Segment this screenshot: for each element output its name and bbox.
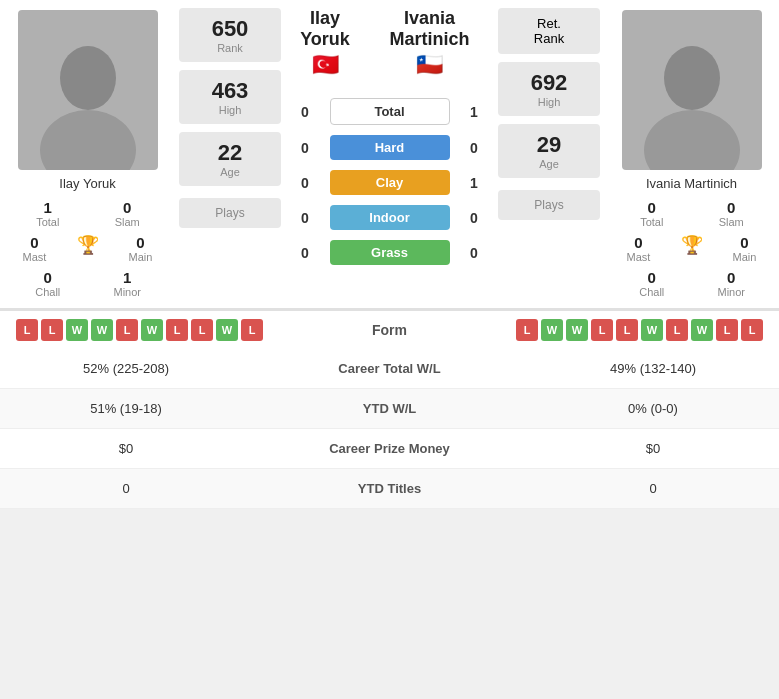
form-badge-w: W <box>691 319 713 341</box>
player1-form-badges: LLWWLWLLWL <box>16 319 263 341</box>
player1-stat-row-1: 1 Total 0 Slam <box>8 199 167 228</box>
player1-chall: 0 Chall <box>23 269 73 298</box>
player1-stat-row-2: 0 Mast 🏆 0 Main <box>8 234 167 263</box>
surface-rows: 0 Total 1 0 Hard 0 0 Clay 1 0 Indoor <box>285 94 494 269</box>
form-badge-l: L <box>191 319 213 341</box>
player2-avatar <box>622 10 762 170</box>
player1-plays-box: Plays <box>179 198 281 228</box>
stats-center-3: YTD Titles <box>236 481 543 496</box>
form-badge-w: W <box>566 319 588 341</box>
player1-age-box: 22 Age <box>179 132 281 186</box>
form-badge-l: L <box>616 319 638 341</box>
form-badge-w: W <box>141 319 163 341</box>
player2-stat-row-3: 0 Chall 0 Minor <box>612 269 771 298</box>
svg-point-1 <box>40 110 136 170</box>
player1-card: Ilay Yoruk 1 Total 0 Slam 0 Mast 🏆 <box>0 0 175 308</box>
form-badge-w: W <box>216 319 238 341</box>
total-btn[interactable]: Total <box>330 98 450 125</box>
form-badge-l: L <box>41 319 63 341</box>
total-row: 0 Total 1 <box>285 94 494 129</box>
player1-mid-stats: 650 Rank 463 High 22 Age Plays <box>175 0 285 308</box>
svg-point-0 <box>60 46 116 110</box>
hard-btn[interactable]: Hard <box>330 135 450 160</box>
player2-high-box: 692 High <box>498 62 600 116</box>
form-badge-l: L <box>116 319 138 341</box>
player1-header: Ilay Yoruk 🇹🇷 <box>285 8 365 78</box>
player-comparison: Ilay Yoruk 1 Total 0 Slam 0 Mast 🏆 <box>0 0 779 308</box>
player2-mast: 0 Mast <box>614 234 664 263</box>
stats-center-1: YTD W/L <box>236 401 543 416</box>
player1-high-box: 463 High <box>179 70 281 124</box>
player1-rank-box: 650 Rank <box>179 8 281 62</box>
player2-rank-box: Ret. Rank <box>498 8 600 54</box>
center-comparison: Ilay Yoruk 🇹🇷 Ivania Martinich 🇨🇱 0 Tota… <box>285 0 494 308</box>
player2-header: Ivania Martinich 🇨🇱 <box>365 8 494 78</box>
player1-avatar <box>18 10 158 170</box>
indoor-btn[interactable]: Indoor <box>330 205 450 230</box>
form-badge-l: L <box>716 319 738 341</box>
player1-mast: 0 Mast <box>10 234 60 263</box>
indoor-row: 0 Indoor 0 <box>285 201 494 234</box>
player-headers: Ilay Yoruk 🇹🇷 Ivania Martinich 🇨🇱 <box>285 8 494 86</box>
stats-row-1: 51% (19-18)YTD W/L0% (0-0) <box>0 389 779 429</box>
form-badge-w: W <box>541 319 563 341</box>
player2-total: 0 Total <box>627 199 677 228</box>
stats-right-3: 0 <box>543 481 763 496</box>
player1-name: Ilay Yoruk <box>59 176 115 191</box>
form-section: LLWWLWLLWL Form LWWLLWLWLL <box>0 308 779 349</box>
grass-btn[interactable]: Grass <box>330 240 450 265</box>
player1-total: 1 Total <box>23 199 73 228</box>
stats-row-2: $0Career Prize Money$0 <box>0 429 779 469</box>
stats-center-2: Career Prize Money <box>236 441 543 456</box>
player1-slam: 0 Slam <box>102 199 152 228</box>
stats-right-0: 49% (132-140) <box>543 361 763 376</box>
form-badge-l: L <box>166 319 188 341</box>
player2-plays-box: Plays <box>498 190 600 220</box>
stats-row-0: 52% (225-208)Career Total W/L49% (132-14… <box>0 349 779 389</box>
form-badge-l: L <box>516 319 538 341</box>
player2-trophy: 🏆 <box>667 234 717 263</box>
stats-right-2: $0 <box>543 441 763 456</box>
player2-slam: 0 Slam <box>706 199 756 228</box>
stats-left-1: 51% (19-18) <box>16 401 236 416</box>
clay-btn[interactable]: Clay <box>330 170 450 195</box>
player1-main: 0 Main <box>116 234 166 263</box>
form-badge-l: L <box>741 319 763 341</box>
form-badge-w: W <box>641 319 663 341</box>
stats-left-0: 52% (225-208) <box>16 361 236 376</box>
stats-left-2: $0 <box>16 441 236 456</box>
stats-table: 52% (225-208)Career Total W/L49% (132-14… <box>0 349 779 509</box>
player1-stat-row-3: 0 Chall 1 Minor <box>8 269 167 298</box>
form-badge-l: L <box>591 319 613 341</box>
player2-stat-row-1: 0 Total 0 Slam <box>612 199 771 228</box>
form-badge-l: L <box>241 319 263 341</box>
player1-minor: 1 Minor <box>102 269 152 298</box>
main-container: Ilay Yoruk 1 Total 0 Slam 0 Mast 🏆 <box>0 0 779 509</box>
form-badge-w: W <box>66 319 88 341</box>
player1-trophy: 🏆 <box>63 234 113 263</box>
form-label: Form <box>372 322 407 338</box>
player2-stat-row-2: 0 Mast 🏆 0 Main <box>612 234 771 263</box>
grass-row: 0 Grass 0 <box>285 236 494 269</box>
hard-row: 0 Hard 0 <box>285 131 494 164</box>
stats-center-0: Career Total W/L <box>236 361 543 376</box>
clay-row: 0 Clay 1 <box>285 166 494 199</box>
player2-age-box: 29 Age <box>498 124 600 178</box>
player2-minor: 0 Minor <box>706 269 756 298</box>
player2-main: 0 Main <box>720 234 770 263</box>
form-badge-l: L <box>666 319 688 341</box>
stats-left-3: 0 <box>16 481 236 496</box>
svg-point-3 <box>644 110 740 170</box>
form-badge-l: L <box>16 319 38 341</box>
form-badge-w: W <box>91 319 113 341</box>
stats-right-1: 0% (0-0) <box>543 401 763 416</box>
player2-name: Ivania Martinich <box>646 176 737 191</box>
svg-point-2 <box>664 46 720 110</box>
player2-card: Ivania Martinich 0 Total 0 Slam 0 Mast 🏆 <box>604 0 779 308</box>
player2-chall: 0 Chall <box>627 269 677 298</box>
player2-form-badges: LWWLLWLWLL <box>516 319 763 341</box>
stats-row-3: 0YTD Titles0 <box>0 469 779 509</box>
player2-mid-stats: Ret. Rank 692 High 29 Age Plays <box>494 0 604 308</box>
